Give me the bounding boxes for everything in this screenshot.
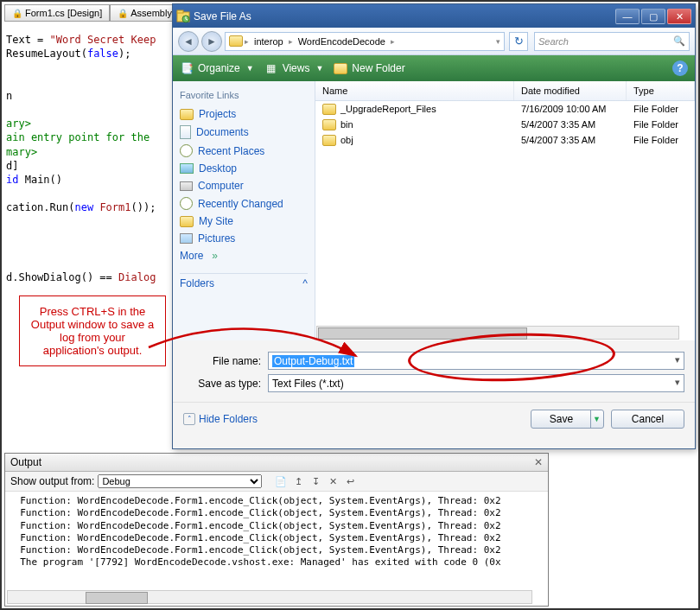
favlink-pictures[interactable]: Pictures (180, 230, 308, 247)
minimize-button[interactable]: — (615, 9, 640, 24)
output-text[interactable]: Function: WordEncodeDecode.Form1.encode_… (5, 492, 548, 573)
show-output-from-select[interactable]: Debug (98, 474, 262, 488)
folder-icon (180, 109, 194, 120)
chevron-right-icon: ▸ (245, 37, 249, 46)
close-button[interactable]: ✕ (667, 9, 691, 24)
dialog-titlebar[interactable]: Save File As — ▢ ✕ (173, 4, 695, 28)
refresh-button[interactable]: ↻ (509, 32, 528, 51)
form-area: File name: Output-Debug.txt Save as type… (173, 340, 695, 402)
filename-input[interactable]: Output-Debug.txt (268, 352, 684, 370)
chevron-up-icon: ^ (302, 277, 308, 289)
chevron-right-icon: ▸ (391, 37, 395, 46)
folder-icon (334, 63, 347, 74)
clear-icon[interactable]: ✕ (326, 474, 340, 488)
chevron-down-icon: ▼ (315, 64, 323, 73)
close-icon[interactable]: ✕ (534, 456, 543, 468)
file-columns: Name Date modified Type (315, 81, 695, 101)
views-menu[interactable]: ▦Views▼ (264, 61, 324, 75)
find-icon[interactable]: 📄 (274, 474, 288, 488)
favlink-projects[interactable]: Projects (180, 105, 308, 123)
favlink-documents[interactable]: Documents (180, 123, 308, 142)
prev-icon[interactable]: ↥ (291, 474, 305, 488)
help-icon[interactable]: ? (672, 60, 688, 76)
favlink-more[interactable]: More» (180, 247, 308, 264)
breadcrumb[interactable]: ▸ interop ▸ WordEncodeDecode ▸ ▾ (225, 32, 505, 51)
show-output-from-label: Show output from: (10, 475, 94, 487)
favorites-panel: Favorite Links Projects Documents Recent… (173, 81, 315, 340)
folder-icon (322, 119, 336, 130)
clock-icon (180, 197, 193, 210)
folder-icon (180, 216, 194, 227)
folder-icon (229, 35, 243, 47)
file-row[interactable]: obj 5/4/2007 3:35 AM File Folder (315, 132, 695, 148)
organize-icon: 📑 (180, 61, 194, 75)
views-icon: ▦ (264, 61, 278, 75)
organize-menu[interactable]: 📑Organize▼ (180, 61, 254, 75)
dialog-title: Save File As (194, 10, 614, 22)
next-icon[interactable]: ↧ (309, 474, 322, 488)
back-button[interactable]: ◄ (178, 31, 199, 52)
chevron-down-icon: ▼ (593, 415, 601, 423)
filename-label: File name: (183, 355, 261, 367)
document-icon (180, 125, 191, 139)
favlink-mysite[interactable]: My Site (180, 213, 308, 230)
clock-icon (180, 144, 193, 157)
maximize-button[interactable]: ▢ (641, 9, 665, 24)
drive-icon (180, 181, 193, 191)
annotation-callout: Press CTRL+S in the Output window to sav… (19, 295, 166, 366)
file-list: Name Date modified Type _UpgradeReport_F… (315, 81, 695, 340)
save-file-dialog: Save File As — ▢ ✕ ◄ ► ▸ interop ▸ WordE… (172, 3, 696, 449)
breadcrumb-seg[interactable]: interop (251, 36, 287, 47)
svg-rect-1 (177, 10, 183, 13)
app-icon (176, 10, 190, 23)
chevron-down-icon: ▼ (246, 64, 254, 73)
file-row[interactable]: bin 5/4/2007 3:35 AM File Folder (315, 117, 695, 132)
lock-icon: 🔒 (12, 9, 22, 18)
chevron-right-icon: » (212, 250, 218, 262)
lock-icon: 🔒 (118, 9, 128, 18)
document-tabs: 🔒Form1.cs [Design] 🔒Assembly... (4, 4, 187, 22)
new-folder-button[interactable]: New Folder (334, 62, 404, 74)
col-type[interactable]: Type (627, 81, 695, 100)
favorites-heading: Favorite Links (180, 90, 308, 100)
folder-icon (322, 104, 336, 115)
output-toolbar: Show output from: Debug 📄 ↥ ↧ ✕ ↩ (5, 472, 548, 492)
search-icon: 🔍 (673, 35, 685, 47)
chevron-down-icon[interactable]: ▾ (496, 37, 500, 46)
col-name[interactable]: Name (315, 81, 514, 100)
cancel-button[interactable]: Cancel (611, 410, 684, 429)
favlink-computer[interactable]: Computer (180, 177, 308, 194)
breadcrumb-seg[interactable]: WordEncodeDecode (295, 36, 389, 47)
dialog-footer: ˄Hide Folders Save▼ Cancel (173, 402, 695, 437)
forward-button[interactable]: ► (201, 31, 222, 52)
favlink-recently-changed[interactable]: Recently Changed (180, 194, 308, 213)
nav-bar: ◄ ► ▸ interop ▸ WordEncodeDecode ▸ ▾ ↻ S… (173, 28, 695, 55)
tab-form1-design[interactable]: 🔒Form1.cs [Design] (4, 4, 110, 22)
chevron-up-icon: ˄ (183, 413, 195, 425)
saveas-type-select[interactable]: Text Files (*.txt) (268, 374, 684, 392)
col-date[interactable]: Date modified (514, 81, 627, 100)
wrap-icon[interactable]: ↩ (343, 474, 357, 488)
pictures-icon (180, 233, 193, 244)
file-row[interactable]: _UpgradeReport_Files 7/16/2009 10:00 AM … (315, 101, 695, 117)
saveas-label: Save as type: (183, 378, 261, 390)
chevron-right-icon: ▸ (289, 37, 293, 46)
output-hscrollbar[interactable] (7, 590, 532, 604)
search-input[interactable]: Search 🔍 (534, 32, 690, 51)
output-title: Output (10, 456, 41, 468)
save-button[interactable]: Save▼ (531, 410, 604, 429)
folders-toggle[interactable]: Folders^ (180, 273, 308, 293)
monitor-icon (180, 163, 194, 174)
folder-icon (322, 135, 336, 146)
output-panel: Output✕ Show output from: Debug 📄 ↥ ↧ ✕ … (4, 453, 549, 607)
command-bar: 📑Organize▼ ▦Views▼ New Folder ? (173, 55, 695, 81)
hide-folders-toggle[interactable]: ˄Hide Folders (183, 413, 258, 425)
favlink-recent-places[interactable]: Recent Places (180, 142, 308, 160)
favlink-desktop[interactable]: Desktop (180, 160, 308, 177)
file-hscrollbar[interactable] (316, 326, 679, 340)
